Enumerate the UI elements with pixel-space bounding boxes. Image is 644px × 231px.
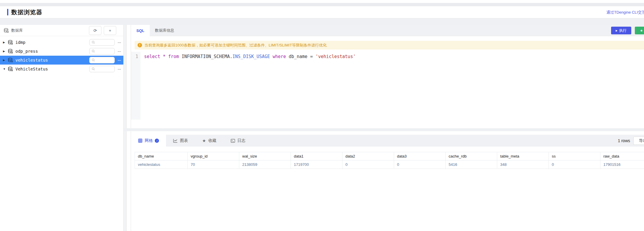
- table-search-input[interactable]: [95, 41, 113, 44]
- app-header: 数据浏览器 通过TDengine CLI交互: [0, 6, 644, 18]
- results-tabbar: 网格 i 图表 ★ 收藏: [131, 135, 644, 147]
- column-header[interactable]: raw_data: [600, 152, 644, 161]
- terminal-icon: [231, 139, 235, 143]
- column-header[interactable]: wal_size: [239, 152, 291, 161]
- column-header[interactable]: data2: [342, 152, 394, 161]
- database-icon: [8, 40, 13, 45]
- database-item-vehiclestatus-cap[interactable]: ▼ VehicleStatus •••: [0, 65, 123, 73]
- table-search-input[interactable]: [95, 67, 113, 71]
- database-list: ▶ idmp ••• ▶: [0, 36, 123, 73]
- cell-db-name: vehiclestatus: [135, 161, 188, 169]
- results-panel: 网格 i 图表 ★ 收藏: [131, 131, 644, 231]
- more-actions-icon[interactable]: •••: [117, 41, 122, 44]
- tab-sql[interactable]: SQL: [131, 25, 150, 36]
- sidebar-resize-handle[interactable]: [124, 25, 127, 231]
- caret-right-icon[interactable]: ▶: [3, 41, 7, 44]
- column-header[interactable]: cache_rdb: [446, 152, 497, 161]
- database-icon: [8, 49, 13, 54]
- query-limit-warning: ! 当前查询最多返回1000条数据，如必要可添加主键时间范围、过滤条件、LIMI…: [135, 41, 644, 49]
- code-editor[interactable]: 1 select * from INFORMATION_SCHEMA.INS_D…: [131, 52, 644, 120]
- warning-icon: !: [138, 43, 142, 47]
- column-header[interactable]: table_meta: [497, 152, 549, 161]
- tab-favorites-label: 收藏: [208, 138, 216, 143]
- sql-token: 'vehiclestatus': [315, 54, 356, 59]
- table-search-box[interactable]: [89, 66, 115, 72]
- favorite-button[interactable]: ★ 收藏: [635, 27, 644, 34]
- header-content-gap: [0, 18, 644, 25]
- main-area: SQL 数据库信息 ▶ 执行 ★ 收藏 ! 当前查询最多返回1000条数据，如必…: [131, 25, 644, 231]
- sql-token: from: [168, 54, 179, 59]
- more-actions-icon[interactable]: •••: [117, 59, 122, 62]
- table-search-box[interactable]: [89, 39, 115, 46]
- page-title: 数据浏览器: [11, 8, 42, 16]
- tab-grid[interactable]: 网格 i: [131, 135, 166, 147]
- cell-data1: 1719700: [291, 161, 342, 169]
- table-row[interactable]: vehiclestatus 70 2138059 1719700 0 0 541…: [135, 161, 644, 169]
- export-button[interactable]: 导出: [633, 137, 644, 145]
- sql-token: [165, 54, 168, 59]
- database-item-vehiclestatus-selected[interactable]: ▶ vehiclestatus •••: [0, 56, 123, 65]
- table-search-box[interactable]: [89, 48, 115, 54]
- tab-chart-label: 图表: [180, 138, 188, 143]
- refresh-icon: ⟳: [93, 28, 97, 33]
- cell-ss: 0: [549, 161, 600, 169]
- database-item-idmp[interactable]: ▶ idmp •••: [0, 38, 123, 47]
- tab-logs-label: 日志: [237, 138, 246, 143]
- tab-database-info[interactable]: 数据库信息: [150, 25, 180, 36]
- database-name: odp_press: [15, 49, 89, 54]
- tab-chart[interactable]: 图表: [166, 135, 195, 147]
- add-database-button[interactable]: +: [104, 26, 116, 35]
- grid-icon: [138, 139, 142, 143]
- tab-logs[interactable]: 日志: [224, 135, 253, 147]
- caret-down-icon[interactable]: ▼: [3, 68, 7, 70]
- line-number: 1: [131, 53, 138, 60]
- sql-token: [270, 54, 272, 59]
- column-header[interactable]: data1: [291, 152, 342, 161]
- sql-editor-panel: SQL 数据库信息 ▶ 执行 ★ 收藏 ! 当前查询最多返回1000条数据，如必…: [131, 25, 644, 128]
- info-icon[interactable]: i: [155, 139, 159, 143]
- database-icon: [8, 66, 13, 72]
- column-header[interactable]: data3: [394, 152, 446, 161]
- more-actions-icon[interactable]: •••: [117, 68, 122, 70]
- sql-token: [313, 54, 315, 59]
- table-search-box[interactable]: [89, 57, 115, 63]
- column-header[interactable]: ss: [549, 152, 600, 161]
- star-icon: ★: [202, 138, 206, 143]
- tab-grid-label: 网格: [145, 138, 153, 143]
- cell-vgroup-id: 70: [188, 161, 239, 169]
- execute-label: 执行: [619, 28, 627, 33]
- more-actions-icon[interactable]: •••: [117, 50, 122, 53]
- sql-token: INS_DISK_USAGE: [232, 54, 270, 59]
- line-chart-icon: [173, 139, 178, 143]
- sql-token: [286, 54, 289, 59]
- database-icon: [4, 28, 9, 33]
- database-name: idmp: [15, 40, 89, 45]
- title-accent-bar: [7, 9, 8, 15]
- column-header[interactable]: db_name: [135, 152, 188, 161]
- database-icon: [8, 57, 13, 63]
- line-number-gutter: 1: [131, 52, 141, 120]
- database-name: VehicleStatus: [15, 67, 89, 71]
- column-header[interactable]: vgroup_id: [188, 152, 239, 161]
- caret-right-icon[interactable]: ▶: [3, 50, 7, 53]
- refresh-databases-button[interactable]: ⟳: [89, 26, 101, 35]
- sql-code-line[interactable]: select * from INFORMATION_SCHEMA.INS_DIS…: [141, 52, 356, 120]
- sql-token: .: [230, 54, 232, 59]
- sidebar-header: 数据库 ⟳ +: [0, 25, 123, 36]
- table-header-row: db_name vgroup_id wal_size data1 data2 d…: [135, 152, 644, 161]
- sql-token: *: [163, 54, 165, 59]
- tdengine-cli-link[interactable]: 通过TDengine CLI交互: [606, 6, 644, 18]
- table-search-input[interactable]: [95, 58, 113, 62]
- caret-right-icon[interactable]: ▶: [3, 59, 7, 62]
- sql-token: db_name: [289, 54, 307, 59]
- cell-data2: 0: [342, 161, 394, 169]
- panel-gap: [124, 128, 644, 131]
- execute-button[interactable]: ▶ 执行: [611, 27, 631, 34]
- tab-favorites[interactable]: ★ 收藏: [195, 135, 224, 147]
- table-search-input[interactable]: [95, 49, 113, 53]
- cell-data3: 0: [394, 161, 446, 169]
- sql-token: =: [310, 54, 313, 59]
- database-item-odp-press[interactable]: ▶ odp_press •••: [0, 47, 123, 56]
- sidebar-title: 数据库: [11, 28, 87, 33]
- warning-text: 当前查询最多返回1000条数据，如必要可添加主键时间范围、过滤条件、LIMIT/…: [144, 43, 327, 48]
